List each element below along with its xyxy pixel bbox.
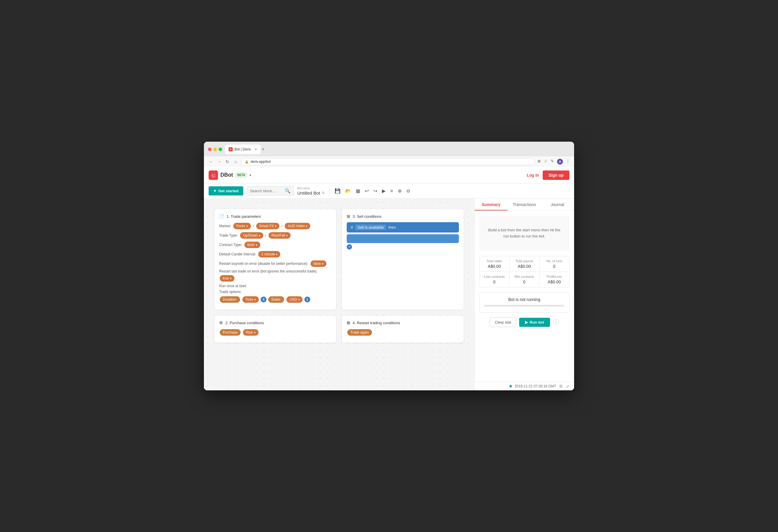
bot-status-text: Bot is not running [484,297,564,302]
right-panel: Summary Transactions Journal Build a bot… [474,199,574,390]
sell-title: 3. Sell conditions [353,214,381,219]
app-header: ◱ DBot BETA ▾ Log in Sign up [204,167,574,183]
get-started-button[interactable]: ✦ Get started [209,186,243,196]
market-smartfx-chip[interactable]: Smart FX ▾ [256,223,280,229]
zoom-in-icon[interactable]: ⊕ [398,188,402,194]
minimize-button[interactable] [213,148,217,151]
logo-dropdown-icon[interactable]: ▾ [249,173,251,177]
market-forex-chip[interactable]: Forex ▾ [233,223,251,229]
stat-total-payout: Total payout A$0.00 [510,256,539,272]
profile-icon[interactable]: ✎ [551,159,554,165]
tab-bar: D Bot | Deriv ✕ + [225,145,570,154]
browser-tab-active[interactable]: D Bot | Deriv ✕ [225,145,260,154]
market-aud-chip[interactable]: AUD Index ▾ [285,223,310,229]
bot-name-text: Untitled Bot [297,191,320,196]
zoom-out-icon[interactable]: ⊖ [406,188,410,194]
save-icon[interactable]: 💾 [335,188,340,194]
open-icon[interactable]: 📂 [345,188,351,194]
trade-again-chip[interactable]: Trade again [347,329,372,336]
sell-available-label: Sell is available [355,225,386,230]
both-chip[interactable]: Both ▾ [244,242,260,248]
canvas-area[interactable]: 📄 1. Trade parameters Market: Forex ▾ › … [204,199,474,390]
duration-number[interactable]: 5 [260,297,266,302]
undo-icon[interactable]: ↩ [365,188,369,194]
trade-options-label: Trade options: [219,290,241,294]
menu-icon[interactable]: ⋮ [566,159,570,165]
search-input[interactable] [250,189,283,193]
search-box[interactable]: 🔍 [247,186,294,196]
browser-addressbar: ← → ↻ ⌂ 🔒 deriv.app/bot ⊕ ☆ ✎ A ⋮ [204,156,574,167]
tab-close-icon[interactable]: ✕ [254,148,257,151]
bot-name-row: Untitled Bot ✎ [297,191,325,196]
lock-icon: 🔒 [245,160,249,164]
purchase-title: 2. Purchase conditions [225,321,264,325]
run-bot-button[interactable]: ▶ Run bot [519,318,550,327]
candle-value-chip[interactable]: 1 minute ▾ [258,251,280,257]
progress-fill [484,305,532,307]
arrow-label2: › [281,224,282,228]
contract-type-row: Contract Type: Both ▾ [219,241,331,249]
list-icon[interactable]: ≡ [390,188,393,194]
rise-chip[interactable]: Rise ▾ [243,329,258,336]
forward-button[interactable]: → [216,159,222,165]
info-icon[interactable]: i [553,319,559,325]
stake-number[interactable]: 1 [304,297,310,302]
redo-icon[interactable]: ↪ [373,188,377,194]
stat-loss-label: Loss contracts [482,275,506,278]
usd-chip[interactable]: USD ▾ [287,296,302,303]
sell-condition-bar: if Sell is available then [347,222,459,232]
extensions-icon[interactable]: ⊕ [537,159,541,165]
back-button[interactable]: ← [208,159,214,165]
stat-runs-label: No. of runs [542,259,566,263]
refresh-button[interactable]: ↻ [225,159,230,165]
panel-content: Build a bot from the start menu then hit… [474,211,574,382]
signup-button[interactable]: Sign up [543,170,569,180]
run-once-row: Run once at start: [219,284,331,288]
purchase-icon: ⚙ [219,320,223,325]
new-tab-icon[interactable]: + [262,147,264,152]
home-button[interactable]: ⌂ [233,159,239,165]
tab-transactions[interactable]: Transactions [508,199,541,211]
status-timestamp: 2019-11-21 07:30:16 GMT [515,384,556,388]
login-button[interactable]: Log in [527,173,539,177]
blocks-container: 📄 1. Trade parameters Market: Forex ▾ › … [210,205,468,348]
updown-chip[interactable]: Up/Down ▾ [240,232,263,239]
purchase-row: Purchase Rise ▾ [219,328,331,336]
bookmark-icon[interactable]: ☆ [544,159,548,165]
risefall-chip[interactable]: Rise/Fall ▾ [268,232,291,239]
add-condition-button[interactable]: + [347,244,352,249]
restart-buy-chip[interactable]: false ▾ [311,260,326,267]
maximize-button[interactable] [219,148,222,151]
tab-summary[interactable]: Summary [474,199,508,211]
stat-total-stake-label: Total stake [482,259,506,263]
clear-stat-button[interactable]: Clear stat [490,317,516,327]
grid-icon[interactable]: ▦ [356,188,360,194]
restart-last-chip[interactable]: true ▾ [220,275,234,282]
restart-icon: ⊠ [347,320,350,325]
restart-buy-row: Restart buy/sell on error (disable for b… [219,260,331,268]
account-icon[interactable]: A [557,159,563,165]
search-icon: 🔍 [285,188,291,194]
play-icon[interactable]: ▶ [382,188,385,194]
stat-win-value: 0 [513,280,536,284]
ticks-chip[interactable]: Ticks ▾ [242,296,259,303]
trade-options-label-row: Trade options: [219,290,331,294]
restart-title: 4. Restart trading conditions [353,321,400,325]
stat-win-label: Win contracts [513,275,536,278]
market-label: Market: [219,224,231,228]
logo-text: DBot [220,172,233,178]
settings-icon[interactable]: ⚙ [559,384,563,389]
address-box[interactable]: 🔒 deriv.app/bot [241,158,535,165]
run-once-label: Run once at start: [219,284,247,288]
stat-runs-value: 0 [542,264,566,269]
status-bar: 2019-11-21 07:30:16 GMT ⚙ ⤢ [474,382,574,390]
stat-total-stake-value: A$0.00 [482,264,506,269]
empty-state: Build a bot from the start menu then hit… [479,216,569,251]
arrow-label3: › [265,233,266,237]
close-button[interactable] [208,148,212,151]
tab-journal[interactable]: Journal [541,199,574,211]
play-icon: ▶ [525,320,528,324]
expand-icon[interactable]: ⤢ [566,384,569,389]
edit-icon[interactable]: ✎ [322,191,325,195]
browser-titlebar: D Bot | Deriv ✕ + [204,142,574,156]
